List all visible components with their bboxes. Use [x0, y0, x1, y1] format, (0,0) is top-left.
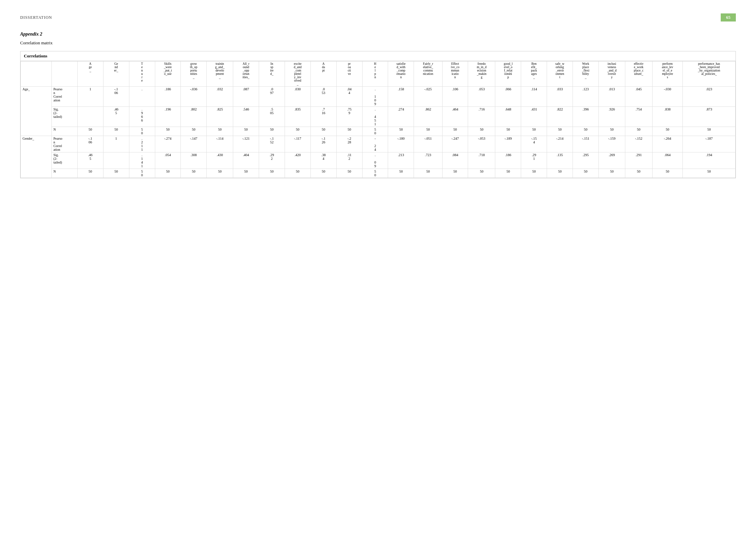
- cell: 50: [442, 169, 468, 178]
- cell: -.152: [625, 136, 652, 152]
- cell: 50: [495, 169, 521, 178]
- cell: 50: [362, 169, 388, 178]
- cell: .505: [259, 107, 285, 127]
- th-age: Age_: [77, 61, 103, 87]
- table-row: Gender_ PearsonCorrelation -.106 1 .211 …: [21, 136, 736, 152]
- th-ben: Benefit_packages_: [521, 61, 547, 87]
- cell: .825: [207, 107, 233, 127]
- header-bar: DISSERTATION 65: [20, 13, 736, 21]
- cell: .420: [285, 152, 310, 169]
- cell: 50: [129, 169, 155, 178]
- cell: -.030: [652, 87, 683, 107]
- cell: 50: [310, 169, 336, 178]
- row-sublabel: Sig.(2-tailed): [51, 107, 77, 127]
- cell: -.274: [155, 136, 181, 152]
- cell: -.180: [388, 136, 414, 152]
- cell: 50: [103, 169, 129, 178]
- th-gender: Gender_: [103, 61, 129, 87]
- cell: .013: [599, 87, 625, 107]
- cell: .053: [310, 87, 336, 107]
- table-row: N 50 50 50 50 50 50 50 50 50 50 50 50 50…: [21, 127, 736, 136]
- cell: .054: [155, 152, 181, 169]
- th-grow: growth_opportunities_: [181, 61, 207, 87]
- cell: .648: [495, 107, 521, 127]
- cell: 50: [181, 127, 207, 136]
- cell: .759: [336, 107, 362, 127]
- cell: -.114: [207, 136, 233, 152]
- cell: .269: [599, 152, 625, 169]
- row-group-age: Age_: [21, 87, 52, 136]
- cell: 50: [625, 127, 652, 136]
- cell: [103, 152, 129, 169]
- cell: .723: [414, 152, 442, 169]
- cell: -.053: [468, 136, 495, 152]
- cell: .754: [625, 107, 652, 127]
- row-sublabel: N: [51, 169, 77, 178]
- th-perfhas: performance_has_been_improved_by_organiz…: [683, 61, 736, 87]
- cell: 50: [573, 169, 599, 178]
- cell: 50: [652, 127, 683, 136]
- th-effect: Effective_communication: [442, 61, 468, 87]
- cell: .291: [625, 152, 652, 169]
- cell: [77, 107, 103, 127]
- cell: .044: [336, 87, 362, 107]
- cell: .802: [181, 107, 207, 127]
- cell: -.106: [77, 136, 103, 152]
- cell: 50: [414, 127, 442, 136]
- cell: .718: [468, 152, 495, 169]
- table-row: N 50 50 50 50 50 50 50 50 50 50 50 50 50…: [21, 169, 736, 178]
- th-freedo: freedom_in_decision_making: [468, 61, 495, 87]
- cell: .033: [547, 87, 573, 107]
- cell: 50: [521, 169, 547, 178]
- table-header-row-1: Age_ Gender_ Tenure Skills_were_put_to_u…: [21, 61, 736, 87]
- cell: .109: [362, 87, 388, 107]
- th-training: training_and_development_: [207, 61, 233, 87]
- th-work: Workplace_flexibility_: [573, 61, 599, 87]
- row-group-gender: Gender_: [21, 136, 52, 178]
- cell: -.187: [683, 136, 736, 152]
- cell: .308: [181, 152, 207, 169]
- cell: 50: [259, 169, 285, 178]
- cell: -.264: [652, 136, 683, 152]
- cell: .926: [599, 107, 625, 127]
- th-fairly: Fairly_relative_communication: [414, 61, 442, 87]
- cell: .087: [233, 87, 259, 107]
- row-sublabel: N: [51, 127, 77, 136]
- cell: .716: [468, 107, 495, 127]
- table-row: Sig.(2-tailed) .465 .966 .196 .802 .825 …: [21, 107, 736, 127]
- page-container: DISSERTATION 65 Appendix 2 Correlation m…: [0, 0, 756, 192]
- table-row: Sig.(2-tailed) .465 .141 .054 .308 .430 …: [21, 152, 736, 169]
- cell: -.152: [259, 136, 285, 152]
- cell: .716: [310, 107, 336, 127]
- correlation-table: Age_ Gender_ Tenure Skills_were_put_to_u…: [20, 61, 736, 178]
- cell: 50: [547, 127, 573, 136]
- cell: .430: [207, 152, 233, 169]
- th-in: Inspired_: [259, 61, 285, 87]
- cell: .822: [547, 107, 573, 127]
- th-goodl: good_level_of_relationship: [495, 61, 521, 87]
- row-sublabel: Sig.(2-tailed): [51, 152, 77, 169]
- cell: 50: [77, 169, 103, 178]
- cell: .064: [652, 152, 683, 169]
- dissertation-label: DISSERTATION: [20, 15, 52, 20]
- cell: .464: [442, 107, 468, 127]
- th-empty2: [51, 61, 77, 87]
- cell: .194: [683, 152, 736, 169]
- cell: .431: [521, 107, 547, 127]
- cell: .196: [155, 107, 181, 127]
- cell: .123: [573, 87, 599, 107]
- cell: 1: [103, 136, 129, 152]
- cell: .451: [362, 107, 388, 127]
- cell: 50: [155, 169, 181, 178]
- cell: -.247: [442, 136, 468, 152]
- cell: .: [129, 87, 155, 107]
- cell: .030: [285, 87, 310, 107]
- cell: 50: [547, 169, 573, 178]
- cell: .135: [547, 152, 573, 169]
- th-excite: excited_and_completely_involved_: [285, 61, 310, 87]
- cell: -.117: [285, 136, 310, 152]
- cell: .292: [259, 152, 285, 169]
- cell: .186: [495, 152, 521, 169]
- cell: 50: [233, 127, 259, 136]
- cell: 50: [599, 169, 625, 178]
